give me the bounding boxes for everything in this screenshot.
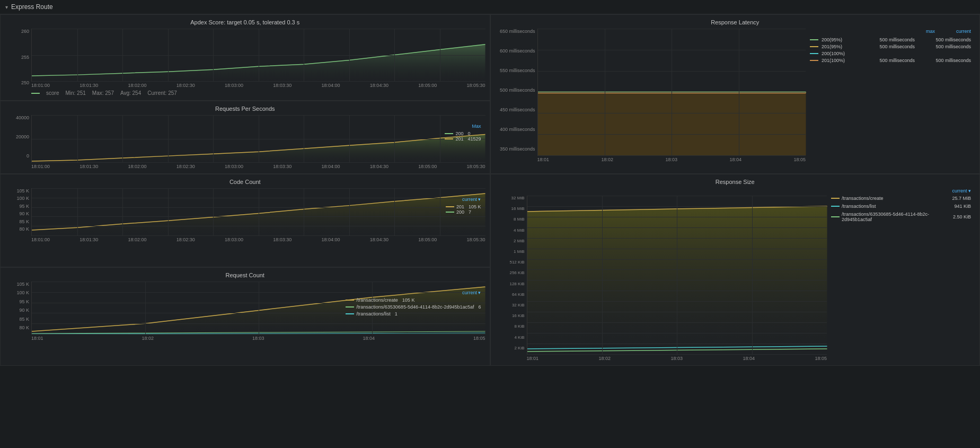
size-value-2: 2.50 KiB [953, 214, 971, 219]
latency-legend-label-2: 200(100%) [822, 51, 859, 56]
apdex-score-info: score Min: 251 Max: 257 Avg: 254 Current… [5, 90, 485, 96]
req-label-create: /transactions/create [356, 297, 398, 303]
req-legend-uuid: /transactions/63530685-5d46-4114-8b2c-2d… [346, 304, 481, 310]
latency-legend-dot-3 [810, 60, 818, 61]
rps-chart-area: 40000 20000 0 [5, 115, 485, 169]
latency-legend-cur-1: 500 milliseconds [918, 44, 971, 49]
page-header: ▾ Express Route [0, 0, 980, 14]
code-dot-200 [446, 212, 454, 213]
main-grid: Apdex Score: target 0.05 s, tolerated 0.… [0, 14, 980, 366]
rps-y-axis: 40000 20000 0 [5, 115, 31, 159]
latency-legend-row-2: 200(100%) [810, 51, 971, 56]
size-chart [527, 196, 827, 355]
latency-legend-row-0: 200(95%) 500 milliseconds 500 millisecon… [810, 37, 971, 42]
score-dot [31, 93, 40, 94]
req-y-axis: 105 K 100 K 95 K 90 K 85 K 80 K [5, 282, 31, 330]
apdex-y-axis: 260 255 250 [5, 29, 31, 85]
latency-legend-dot-2 [810, 53, 818, 54]
req-legend: current /transactions/create 105 K /tran… [346, 290, 481, 317]
apdex-x-axis: 18:01:00 18:01:30 18:02:00 18:02:30 18:0… [5, 83, 485, 88]
size-dot-2 [831, 216, 840, 217]
req-value-create: 105 K [402, 297, 415, 303]
request-count-panel: Request Count 105 K 100 K 95 K 90 K 85 K… [0, 267, 490, 366]
req-dropdown[interactable]: current [462, 290, 481, 295]
size-label-2: /transactions/63530685-5d46-4114-8b2c-2d… [842, 212, 951, 222]
rps-dot-200 [445, 133, 453, 134]
req-value-uuid: 6 [478, 304, 481, 310]
score-avg: Avg: 254 [120, 90, 141, 96]
size-svg [527, 196, 827, 354]
size-value-0: 25.7 MiB [952, 196, 971, 201]
size-x-axis: 18:01 18:02 18:03 18:04 18:05 [495, 356, 827, 361]
size-value-1: 941 KiB [954, 204, 971, 209]
apdex-y-255: 255 [21, 55, 29, 60]
apdex-svg [32, 29, 485, 81]
apdex-y-260: 260 [21, 29, 29, 34]
latency-legend-label-0: 200(95%) [822, 37, 859, 42]
apdex-title: Apdex Score: target 0.05 s, tolerated 0.… [5, 19, 485, 25]
req-x-axis: 18:01 18:02 18:03 18:04 18:05 [5, 336, 485, 341]
req-dot-uuid [346, 306, 354, 308]
score-max: Max: 257 [92, 90, 114, 96]
size-legend-row-1: /transactions/list 941 KiB [831, 204, 971, 209]
latency-legend: max current 200(95%) 500 milliseconds 50… [806, 29, 975, 162]
req-dot-list [346, 313, 354, 314]
latency-max-header: max [926, 29, 935, 34]
rps-legend: Max 200 0 201 41529 [445, 124, 481, 142]
code-legend-200: 200 7 [446, 209, 481, 215]
req-value-list: 1 [395, 311, 398, 317]
rps-panel: Requests Per Seconds 40000 20000 0 [0, 101, 490, 174]
rps-title: Requests Per Seconds [5, 106, 485, 112]
apdex-y-250: 250 [21, 80, 29, 85]
code-value-201: 105 K [469, 204, 481, 209]
req-chart-area: 105 K 100 K 95 K 90 K 85 K 80 K [5, 282, 485, 341]
size-panel: Response Size current 32 MiB 16 MiB 8 Mi… [490, 174, 981, 366]
score-min: Min: 251 [65, 90, 85, 96]
size-legend-row-2: /transactions/63530685-5d46-4114-8b2c-2d… [831, 212, 971, 222]
latency-legend-dot-0 [810, 39, 818, 40]
latency-legend-label-3: 201(100%) [822, 58, 859, 63]
latency-panel: Response Latency 650 milliseconds 600 mi… [490, 14, 981, 174]
size-title: Response Size [495, 179, 976, 185]
latency-legend-max-3: 500 milliseconds [862, 58, 915, 63]
code-chart-area: 105 K 100 K 95 K 90 K 85 K 80 K [5, 188, 485, 242]
rps-legend-200: 200 0 [445, 131, 481, 136]
rps-label-201: 201 [455, 136, 463, 142]
size-legend-row-0: /transactions/create 25.7 MiB [831, 196, 971, 201]
rps-label-200: 200 [455, 131, 463, 136]
latency-legend-cur-0: 500 milliseconds [918, 37, 971, 42]
svg-marker-0 [32, 45, 485, 81]
rps-legend-201: 201 41529 [445, 136, 481, 142]
latency-legend-label-1: 201(95%) [822, 44, 859, 49]
code-x-axis: 18:01:00 18:01:30 18:02:00 18:02:30 18:0… [5, 237, 485, 242]
code-legend-201: 201 105 K [446, 204, 481, 209]
size-label-1: /transactions/list [842, 204, 952, 209]
latency-legend-row-3: 201(100%) 500 milliseconds 500 milliseco… [810, 58, 971, 63]
svg-rect-1 [538, 92, 806, 156]
latency-x-axis: 18:01 18:02 18:03 18:04 18:05 [495, 157, 806, 162]
latency-y-axis: 650 milliseconds 600 milliseconds 550 mi… [495, 29, 537, 152]
code-svg [32, 188, 485, 235]
collapse-chevron[interactable]: ▾ [5, 4, 8, 10]
size-y-axis: 32 MiB 16 MiB 8 MiB 4 MiB 2 MiB 1 MiB 51… [495, 196, 527, 350]
request-count-title: Request Count [5, 272, 485, 278]
size-label-0: /transactions/create [842, 196, 950, 201]
page-title: Express Route [11, 3, 53, 11]
latency-chart [537, 29, 806, 156]
code-label-201: 201 [456, 204, 464, 209]
req-label-list: /transactions/list [356, 311, 391, 317]
apdex-panel: Apdex Score: target 0.05 s, tolerated 0.… [0, 14, 490, 101]
size-legend: /transactions/create 25.7 MiB /transacti… [827, 196, 975, 361]
code-y-axis: 105 K 100 K 95 K 90 K 85 K 80 K [5, 188, 31, 232]
code-dropdown[interactable]: current [462, 197, 481, 202]
rps-value-201: 41529 [467, 136, 481, 142]
latency-current-header: current [956, 29, 971, 34]
rps-dot-201 [445, 138, 453, 139]
latency-svg [538, 29, 806, 155]
code-count-title: Code Count [5, 179, 485, 185]
size-dropdown[interactable]: current [952, 188, 971, 194]
req-legend-create: /transactions/create 105 K [346, 297, 481, 303]
size-dot-0 [831, 198, 840, 199]
size-dot-1 [831, 206, 840, 207]
code-dot-201 [446, 206, 454, 207]
